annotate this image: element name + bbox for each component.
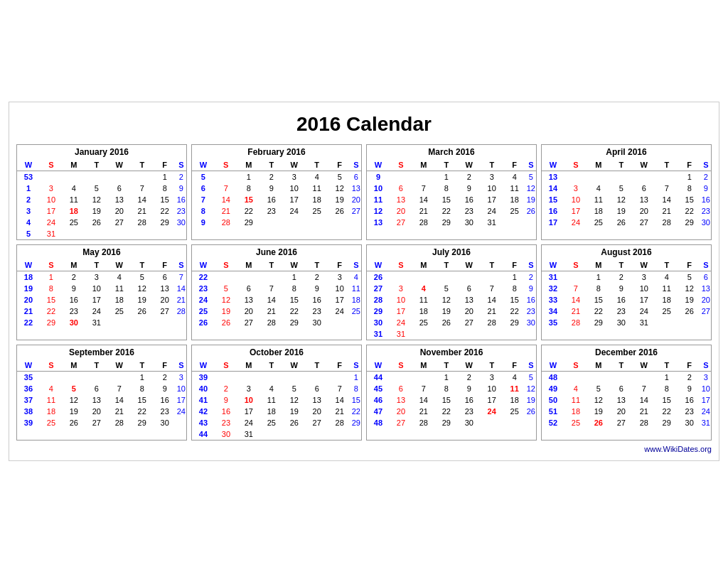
- col-header: S: [215, 159, 237, 171]
- table-cell: 26: [610, 217, 633, 228]
- table-cell: [633, 428, 655, 431]
- table-cell: 25: [655, 306, 678, 317]
- month-title: September 2016: [17, 345, 186, 360]
- table-cell: 28: [481, 317, 503, 328]
- month-table: WSMTWTFS39140234567841910111213141542161…: [192, 360, 361, 440]
- table-cell: [85, 171, 108, 183]
- table-cell: 1: [283, 271, 306, 283]
- table-row: 821222324252627: [192, 205, 361, 217]
- table-cell: 16: [458, 194, 481, 205]
- table-cell: 24: [237, 417, 260, 428]
- table-cell: 27: [458, 317, 481, 328]
- table-cell: 21: [633, 406, 655, 417]
- table-cell: [63, 371, 85, 383]
- table-cell: 10: [390, 294, 412, 306]
- table-cell: 19: [526, 194, 536, 205]
- col-header: T: [260, 259, 283, 271]
- table-cell: 26: [283, 417, 306, 428]
- table-row: 3711121314151617: [17, 394, 186, 406]
- table-cell: [526, 228, 536, 231]
- table-cell: 9: [526, 283, 536, 294]
- table-cell: 26: [85, 217, 108, 228]
- table-cell: 6: [458, 283, 481, 294]
- table-cell: 51: [542, 406, 564, 417]
- table-cell: [458, 428, 481, 431]
- table-row: [542, 228, 711, 231]
- table-cell: 27: [610, 417, 633, 428]
- table-cell: 25: [260, 417, 283, 428]
- table-cell: [176, 228, 186, 239]
- table-cell: 5: [435, 283, 458, 294]
- table-row: 210111213141516: [17, 194, 186, 205]
- col-header: T: [435, 259, 458, 271]
- table-cell: 23: [701, 205, 711, 217]
- table-cell: 39: [192, 371, 215, 383]
- col-header: F: [503, 159, 526, 171]
- table-cell: 1: [154, 171, 176, 183]
- col-header: S: [176, 360, 186, 372]
- table-cell: 22: [587, 306, 610, 317]
- col-header: T: [435, 360, 458, 372]
- table-cell: 20: [633, 205, 655, 217]
- month-title: November 2016: [367, 345, 536, 360]
- table-cell: 15: [154, 194, 176, 205]
- table-cell: 21: [412, 205, 435, 217]
- table-cell: [542, 228, 564, 231]
- table-cell: [481, 328, 503, 340]
- table-cell: 23: [610, 306, 633, 317]
- table-cell: 7: [412, 183, 435, 194]
- col-header: S: [390, 159, 412, 171]
- col-header: T: [85, 360, 108, 372]
- table-cell: 30: [63, 317, 85, 328]
- table-cell: 31: [367, 328, 390, 340]
- table-cell: 53: [17, 171, 40, 183]
- table-cell: 29: [503, 317, 526, 328]
- table-cell: 18: [503, 194, 526, 205]
- table-cell: 26: [131, 306, 154, 317]
- table-row: 4613141516171819: [367, 394, 536, 406]
- col-header: M: [587, 159, 610, 171]
- table-cell: 31: [701, 417, 711, 428]
- table-row: 35123: [17, 371, 186, 383]
- table-cell: 28: [260, 317, 283, 328]
- table-cell: 11: [367, 194, 390, 205]
- table-row: 3645678910: [17, 383, 186, 394]
- col-header: F: [328, 259, 351, 271]
- table-cell: [260, 428, 283, 440]
- table-cell: 1: [587, 271, 610, 283]
- table-cell: [176, 317, 186, 328]
- table-cell: [678, 428, 701, 431]
- table-cell: 3: [481, 171, 503, 183]
- table-cell: 7: [176, 271, 186, 283]
- month-title: June 2016: [192, 245, 361, 259]
- table-cell: 14: [215, 194, 237, 205]
- table-cell: 25: [503, 406, 526, 417]
- table-cell: 25: [412, 317, 435, 328]
- col-header: S: [351, 360, 361, 372]
- col-header: W: [542, 159, 564, 171]
- col-header: M: [587, 259, 610, 271]
- table-row: 424252627282930: [17, 217, 186, 228]
- table-cell: 20: [85, 406, 108, 417]
- table-row: 1312: [542, 171, 711, 183]
- table-cell: 41: [192, 394, 215, 406]
- table-row: 317181920212223: [17, 205, 186, 217]
- table-cell: 9: [701, 183, 711, 194]
- table-cell: 30: [176, 217, 186, 228]
- table-cell: [131, 171, 154, 183]
- table-cell: 12: [367, 205, 390, 217]
- table-cell: 14: [542, 183, 564, 194]
- table-row: 4323242526272829: [192, 417, 361, 428]
- table-cell: 22: [678, 205, 701, 217]
- table-cell: 35: [542, 317, 564, 328]
- table-cell: 28: [412, 217, 435, 228]
- month-table: WSMTWTFS31123456327891011121333141516171…: [542, 259, 711, 331]
- table-cell: [678, 228, 701, 231]
- month-table: WSMTWTFS44123454567891011124613141516171…: [367, 360, 536, 431]
- table-row: [17, 428, 186, 431]
- table-cell: 23: [260, 205, 283, 217]
- table-cell: [260, 371, 283, 383]
- table-cell: [108, 328, 131, 331]
- table-cell: 4: [260, 383, 283, 394]
- table-cell: 10: [367, 183, 390, 194]
